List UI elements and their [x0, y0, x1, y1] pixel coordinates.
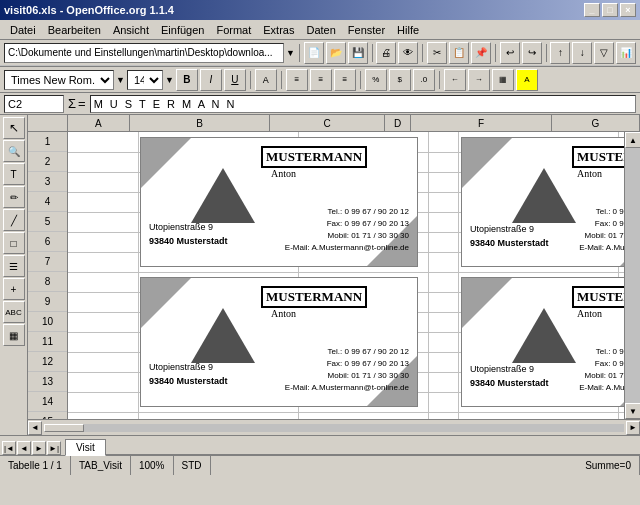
- insert-tool[interactable]: +: [3, 278, 25, 300]
- table-tool[interactable]: ▦: [3, 324, 25, 346]
- path-input[interactable]: [4, 43, 284, 63]
- toolbar-container: ▼ 📄 📂 💾 🖨 👁 ✂ 📋 📌 ↩ ↪ ↑ ↓ ▽ 📊: [0, 40, 640, 67]
- borders-btn[interactable]: ▦: [492, 69, 514, 91]
- menu-ansicht[interactable]: Ansicht: [107, 22, 155, 38]
- row-7[interactable]: 7: [28, 252, 67, 272]
- menu-hilfe[interactable]: Hilfe: [391, 22, 425, 38]
- card2-tri-center: [512, 168, 576, 223]
- rect-tool[interactable]: □: [3, 232, 25, 254]
- copy-btn[interactable]: 📋: [449, 42, 469, 64]
- indent-left-btn[interactable]: ←: [444, 69, 466, 91]
- undo-btn[interactable]: ↩: [500, 42, 520, 64]
- sort-desc-btn[interactable]: ↓: [572, 42, 592, 64]
- menu-extras[interactable]: Extras: [257, 22, 300, 38]
- col-header-d[interactable]: D: [385, 115, 411, 131]
- menu-fenster[interactable]: Fenster: [342, 22, 391, 38]
- row-8[interactable]: 8: [28, 272, 67, 292]
- italic-btn[interactable]: I: [200, 69, 222, 91]
- menu-bearbeiten[interactable]: Bearbeiten: [42, 22, 107, 38]
- open-btn[interactable]: 📂: [326, 42, 346, 64]
- row-13[interactable]: 13: [28, 372, 67, 392]
- formula-content[interactable]: M U S T E R M A N N: [90, 95, 636, 113]
- filter-btn[interactable]: ▽: [594, 42, 614, 64]
- menu-datei[interactable]: Datei: [4, 22, 42, 38]
- menu-format[interactable]: Format: [210, 22, 257, 38]
- tab-first-btn[interactable]: |◄: [2, 441, 16, 455]
- row-15[interactable]: 15: [28, 412, 67, 419]
- sum-icon[interactable]: Σ: [68, 96, 76, 111]
- scroll-up-btn[interactable]: ▲: [625, 132, 640, 148]
- bg-color-btn[interactable]: A: [516, 69, 538, 91]
- align-left-btn[interactable]: ≡: [286, 69, 308, 91]
- row-3[interactable]: 3: [28, 172, 67, 192]
- select-tool[interactable]: ↖: [3, 117, 25, 139]
- row-10[interactable]: 10: [28, 312, 67, 332]
- card2-email: E-Mail: A.Mustermann@: [579, 243, 624, 252]
- abc-tool[interactable]: ABC: [3, 301, 25, 323]
- row-11[interactable]: 11: [28, 332, 67, 352]
- bold-btn[interactable]: B: [176, 69, 198, 91]
- currency-btn[interactable]: $: [389, 69, 411, 91]
- col-header-a[interactable]: A: [68, 115, 130, 131]
- card2-city: 93840 Musterstadt: [470, 238, 549, 248]
- line-tool[interactable]: ╱: [3, 209, 25, 231]
- row-1[interactable]: 1: [28, 132, 67, 152]
- col-header-g[interactable]: G: [552, 115, 640, 131]
- percent-btn[interactable]: %: [365, 69, 387, 91]
- row-2[interactable]: 2: [28, 152, 67, 172]
- h-scroll-thumb[interactable]: [44, 424, 84, 432]
- row-5[interactable]: 5: [28, 212, 67, 232]
- underline-btn[interactable]: U: [224, 69, 246, 91]
- sep3: [422, 44, 423, 62]
- save-btn[interactable]: 💾: [348, 42, 368, 64]
- chart-btn[interactable]: 📊: [616, 42, 636, 64]
- menu-einfuegen[interactable]: Einfügen: [155, 22, 210, 38]
- cells-area: MUSTERMANN Anton Utopienstraße 9 93840 M…: [68, 132, 624, 419]
- zoom-tool[interactable]: 🔍: [3, 140, 25, 162]
- cut-btn[interactable]: ✂: [427, 42, 447, 64]
- horizontal-scrollbar[interactable]: ◄ ►: [28, 420, 640, 435]
- h-scroll-track[interactable]: [44, 424, 624, 432]
- tab-last-btn[interactable]: ►|: [47, 441, 61, 455]
- new-btn[interactable]: 📄: [304, 42, 324, 64]
- row-4[interactable]: 4: [28, 192, 67, 212]
- font-color-btn[interactable]: A: [255, 69, 277, 91]
- vertical-scrollbar[interactable]: ▲ ▼: [624, 132, 640, 419]
- draw-tool[interactable]: ✏: [3, 186, 25, 208]
- col-header-b[interactable]: B: [130, 115, 271, 131]
- maximize-button[interactable]: □: [602, 3, 618, 17]
- cell-reference[interactable]: C2: [4, 95, 64, 113]
- menu-daten[interactable]: Daten: [300, 22, 341, 38]
- row-12[interactable]: 12: [28, 352, 67, 372]
- indent-right-btn[interactable]: →: [468, 69, 490, 91]
- scroll-down-btn[interactable]: ▼: [625, 403, 640, 419]
- align-center-btn[interactable]: ≡: [310, 69, 332, 91]
- minimize-button[interactable]: _: [584, 3, 600, 17]
- preview-btn[interactable]: 👁: [398, 42, 418, 64]
- size-selector[interactable]: 14: [127, 70, 163, 90]
- scroll-right-btn[interactable]: ►: [626, 421, 640, 435]
- tab-prev-btn[interactable]: ◄: [17, 441, 31, 455]
- align-right-btn[interactable]: ≡: [334, 69, 356, 91]
- col-header-c[interactable]: C: [270, 115, 384, 131]
- row-14[interactable]: 14: [28, 392, 67, 412]
- equals-icon[interactable]: =: [78, 96, 86, 111]
- close-button[interactable]: ×: [620, 3, 636, 17]
- redo-btn[interactable]: ↪: [522, 42, 542, 64]
- font-selector[interactable]: Times New Rom...: [4, 70, 114, 90]
- scroll-left-btn[interactable]: ◄: [28, 421, 42, 435]
- sort-asc-btn[interactable]: ↑: [550, 42, 570, 64]
- tab-next-btn[interactable]: ►: [32, 441, 46, 455]
- row-9[interactable]: 9: [28, 292, 67, 312]
- col-header-f[interactable]: F: [411, 115, 552, 131]
- sep-font4: [439, 71, 440, 89]
- list-tool[interactable]: ☰: [3, 255, 25, 277]
- sep-font3: [360, 71, 361, 89]
- decimal-btn[interactable]: .0: [413, 69, 435, 91]
- sheet-tab-visit[interactable]: Visit: [65, 439, 106, 456]
- paste-btn[interactable]: 📌: [471, 42, 491, 64]
- scroll-track[interactable]: [625, 148, 640, 403]
- text-tool[interactable]: T: [3, 163, 25, 185]
- print-btn[interactable]: 🖨: [376, 42, 396, 64]
- row-6[interactable]: 6: [28, 232, 67, 252]
